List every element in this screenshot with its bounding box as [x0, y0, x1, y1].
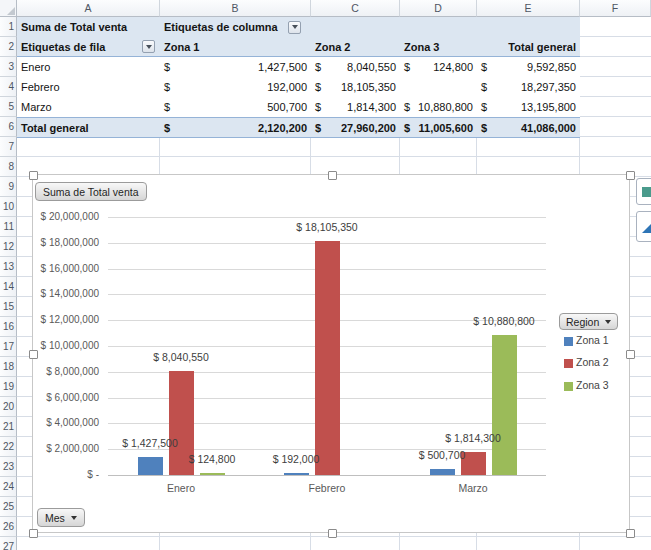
resize-handle-bottom-left[interactable]: [29, 529, 38, 538]
value-cell[interactable]: $10,880,800: [400, 97, 477, 117]
value-cell[interactable]: $18,105,350: [311, 77, 400, 97]
row-header-21[interactable]: 21: [0, 417, 17, 437]
row-header-15[interactable]: 15: [0, 297, 17, 317]
total-cell[interactable]: $27,960,200: [311, 118, 400, 137]
column-labels-dropdown[interactable]: [288, 21, 301, 34]
row-header-12[interactable]: 12: [0, 237, 17, 257]
resize-handle-middle-right[interactable]: [626, 350, 635, 359]
row-header-20[interactable]: 20: [0, 397, 17, 417]
bar-zona-2-febrero[interactable]: [315, 241, 340, 475]
legend-label-zona-1[interactable]: Zona 1: [576, 334, 609, 347]
column-header-B[interactable]: B: [160, 0, 311, 17]
row-header-25[interactable]: 25: [0, 497, 17, 517]
row-header-18[interactable]: 18: [0, 357, 17, 377]
row-header-2[interactable]: 2: [0, 37, 17, 57]
row-label[interactable]: Enero: [17, 57, 160, 77]
bar-zona-1-febrero[interactable]: [284, 473, 309, 475]
row-header-26[interactable]: 26: [0, 517, 17, 537]
pivot-colheader-total[interactable]: Total general: [477, 37, 580, 56]
axis-field-button-label: Mes: [45, 512, 65, 524]
row-label[interactable]: Febrero: [17, 77, 160, 97]
y-axis-tick-label: $ 14,000,000: [33, 288, 99, 300]
row-header-24[interactable]: 24: [0, 477, 17, 497]
value-cell[interactable]: $8,040,550: [311, 57, 400, 77]
chart-axis-line: [108, 475, 546, 476]
row-header-11[interactable]: 11: [0, 217, 17, 237]
value-cell[interactable]: $18,297,350: [477, 77, 580, 97]
currency: $: [481, 122, 487, 134]
row-header-10[interactable]: 10: [0, 197, 17, 217]
row-header-23[interactable]: 23: [0, 457, 17, 477]
bar-zona-1-marzo[interactable]: [430, 469, 455, 475]
axis-field-button-mes[interactable]: Mes: [37, 508, 85, 527]
value-cell[interactable]: $13,195,800: [477, 97, 580, 117]
row-header-16[interactable]: 16: [0, 317, 17, 337]
value-cell[interactable]: $1,427,500: [160, 57, 311, 77]
pivot-value-field-cell[interactable]: Suma de Total venta: [17, 17, 160, 37]
currency: $: [481, 101, 487, 113]
resize-handle-bottom-right[interactable]: [626, 529, 635, 538]
row-header-9[interactable]: 9: [0, 177, 17, 197]
column-header-D[interactable]: D: [400, 0, 477, 17]
legend-field-button-region[interactable]: Region: [559, 313, 618, 330]
pivot-colheader-zona1[interactable]: Zona 1: [160, 37, 311, 56]
value-cell-empty[interactable]: [400, 77, 477, 97]
row-header-7[interactable]: 7: [0, 137, 17, 157]
total-cell[interactable]: $41,086,000: [477, 118, 580, 137]
row-header-19[interactable]: 19: [0, 377, 17, 397]
row-label[interactable]: Marzo: [17, 97, 160, 117]
value-cell[interactable]: $1,814,300: [311, 97, 400, 117]
column-header-C[interactable]: C: [311, 0, 400, 17]
row-header-1[interactable]: 1: [0, 17, 17, 37]
row-header-27[interactable]: 27: [0, 537, 17, 550]
row-header-22[interactable]: 22: [0, 437, 17, 457]
pivot-column-labels-cell[interactable]: Etiquetas de columna: [160, 17, 311, 37]
row-labels-dropdown[interactable]: [142, 40, 155, 53]
row-header-5[interactable]: 5: [0, 97, 17, 117]
column-header-E[interactable]: E: [477, 0, 580, 17]
amount: 18,105,350: [341, 81, 396, 93]
y-axis-tick-label: $ 12,000,000: [33, 314, 99, 326]
value-field-button[interactable]: Suma de Total venta: [35, 182, 147, 201]
value-cell[interactable]: $192,000: [160, 77, 311, 97]
chart-side-button-top[interactable]: [636, 178, 651, 205]
resize-handle-top-right[interactable]: [626, 171, 635, 180]
pivot-row-labels-cell[interactable]: Etiquetas de fila: [17, 37, 160, 56]
amount: 1,814,300: [347, 101, 396, 113]
resize-handle-middle-left[interactable]: [29, 350, 38, 359]
y-axis-tick-label: $ 8,000,000: [33, 366, 99, 378]
row-header-13[interactable]: 13: [0, 257, 17, 277]
row-header-4[interactable]: 4: [0, 77, 17, 97]
total-cell[interactable]: $2,120,200: [160, 118, 311, 137]
bar-zona-3-enero[interactable]: [200, 473, 225, 475]
pivot-chart[interactable]: Suma de Total venta Mes Region $ 20,000,…: [32, 174, 630, 533]
pivot-cell[interactable]: [400, 17, 477, 37]
value-cell[interactable]: $9,592,850: [477, 57, 580, 77]
total-cell[interactable]: $11,005,600: [400, 118, 477, 137]
select-all-corner[interactable]: [0, 0, 17, 17]
pivot-colheader-zona3[interactable]: Zona 3: [400, 37, 477, 56]
legend-label-zona-2[interactable]: Zona 2: [576, 356, 609, 369]
column-header-A[interactable]: A: [17, 0, 160, 17]
chart-side-button-bottom[interactable]: [636, 211, 651, 242]
resize-handle-top-left[interactable]: [29, 171, 38, 180]
legend-label-zona-3[interactable]: Zona 3: [576, 379, 609, 392]
value-cell[interactable]: $124,800: [400, 57, 477, 77]
total-row-label[interactable]: Total general: [17, 118, 160, 137]
value-cell[interactable]: $500,700: [160, 97, 311, 117]
row-header-17[interactable]: 17: [0, 337, 17, 357]
pivot-cell[interactable]: [477, 17, 580, 37]
row-header-6[interactable]: 6: [0, 117, 17, 137]
row-header-3[interactable]: 3: [0, 57, 17, 77]
pivot-colheader-zona2[interactable]: Zona 2: [311, 37, 400, 56]
pivot-cell[interactable]: [311, 17, 400, 37]
resize-handle-bottom-middle[interactable]: [328, 529, 337, 538]
column-header-F[interactable]: F: [580, 0, 651, 17]
data-label-zona-1-marzo: $ 500,700: [382, 449, 502, 461]
row-header-14[interactable]: 14: [0, 277, 17, 297]
resize-handle-top-middle[interactable]: [328, 171, 337, 180]
row-header-8[interactable]: 8: [0, 157, 17, 177]
pivot-data-row-enero: Enero $1,427,500 $8,040,550 $124,800 $9,…: [17, 57, 580, 77]
data-label-zona-3-enero: $ 124,800: [152, 453, 272, 465]
green-square-icon: [642, 187, 651, 197]
